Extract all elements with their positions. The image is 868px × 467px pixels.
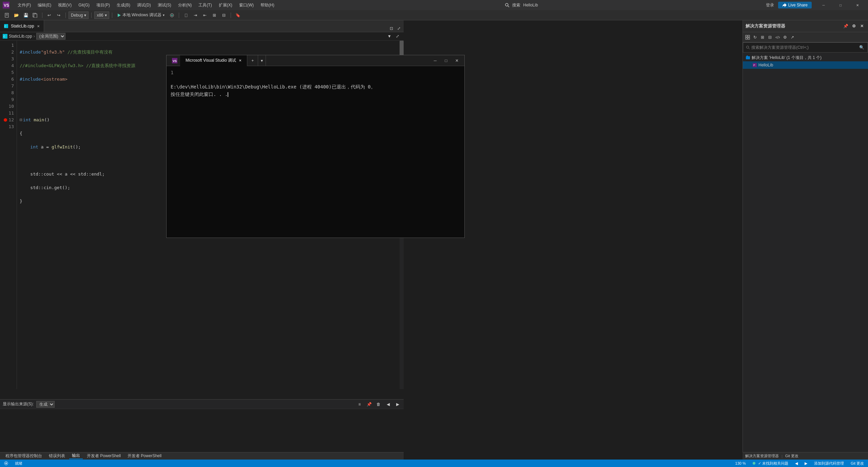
menu-file[interactable]: 文件(F)	[15, 2, 34, 9]
line-num-6: 6	[0, 76, 14, 83]
solution-title: 解决方案资源管理器	[746, 23, 785, 29]
breadcrumb-file: StaticLib.cpp	[9, 34, 32, 39]
sol-toolbar-btn-1[interactable]	[744, 34, 751, 41]
debug-minimize-btn[interactable]: ─	[430, 56, 440, 65]
menu-project[interactable]: 项目(P)	[94, 2, 113, 9]
line-num-8: 8	[0, 89, 14, 96]
output-content	[0, 409, 404, 457]
output-prev-btn[interactable]: ◀	[385, 401, 391, 408]
status-ready[interactable]: 就绪	[14, 461, 24, 466]
status-git[interactable]	[3, 461, 9, 465]
tab-staticlib[interactable]: C StaticLib.cpp ✕	[0, 20, 44, 32]
maximize-button[interactable]: □	[833, 0, 848, 10]
solution-pin-btn[interactable]: 📌	[842, 23, 849, 29]
minimize-button[interactable]: ─	[816, 0, 831, 10]
svg-rect-24	[747, 56, 748, 57]
sol-toolbar-btn-refresh[interactable]: ↻	[752, 34, 758, 41]
status-git-changes[interactable]: Git 更改	[849, 461, 865, 466]
sol-toolbar-btn-4[interactable]: ⊟	[767, 34, 773, 41]
toolbar-btn-5[interactable]: ⊟	[220, 11, 228, 19]
menu-build[interactable]: 生成(B)	[114, 2, 133, 9]
sol-toolbar-btn-6[interactable]: ⚙	[782, 34, 788, 41]
output-clear-btn[interactable]: 🗑	[375, 401, 382, 408]
live-share-button[interactable]: Live Share	[778, 2, 812, 8]
menu-help[interactable]: 帮助(H)	[258, 2, 277, 9]
output-source-select[interactable]: 生成	[36, 401, 55, 408]
toolbar-btn-redo[interactable]: ↪	[55, 11, 63, 19]
debug-tab-close[interactable]: ✕	[239, 59, 242, 62]
toolbar-btn-save[interactable]: 💾	[22, 11, 30, 19]
debug-maximize-btn[interactable]: □	[441, 56, 451, 65]
solution-close-btn[interactable]: ✕	[859, 23, 865, 29]
status-add-source[interactable]: 添加到源代码管理	[813, 461, 845, 466]
code-line-1: #include"glfw3.h" //先查找项目中有没有	[20, 49, 401, 56]
solution-search-btn[interactable]: 🔍	[858, 44, 865, 51]
svg-point-21	[747, 46, 749, 48]
new-icon	[4, 13, 9, 18]
tab-close-staticlib[interactable]: ✕	[37, 24, 40, 28]
output-next-btn[interactable]: ▶	[394, 401, 401, 408]
toolbar-btn-bookmark[interactable]: 🔖	[234, 11, 242, 19]
line-num-10: 10	[0, 103, 14, 110]
login-button[interactable]: 登录	[766, 2, 774, 8]
line-num-12: 12	[0, 117, 14, 123]
toolbar-btn-2[interactable]: ⇥	[191, 11, 199, 19]
toolbar-btn-3[interactable]: ⇤	[201, 11, 209, 19]
svg-text:</>: </>	[775, 36, 780, 39]
collapse-btn[interactable]: ▼	[386, 33, 393, 40]
menu-git[interactable]: Git(G)	[76, 2, 92, 8]
fold-icon-6[interactable]: ⊟	[20, 117, 22, 122]
status-nav-prev[interactable]: ◀	[794, 461, 799, 466]
status-issues[interactable]: ✓ 未找到相关问题	[751, 461, 790, 466]
sol-toolbar-btn-7[interactable]: ↗	[789, 34, 796, 41]
output-wrap-btn[interactable]: ≡	[356, 401, 363, 408]
panel-tab-errors[interactable]: 错误列表	[46, 453, 68, 459]
toolbar-btn-new[interactable]	[3, 11, 11, 19]
output-pin-btn[interactable]: 📌	[366, 401, 372, 408]
debug-close-btn[interactable]: ✕	[452, 56, 462, 65]
scope-dropdown[interactable]: (全局范围)	[36, 33, 65, 40]
menu-debug[interactable]: 调试(D)	[134, 2, 154, 9]
menu-window[interactable]: 窗口(W)	[236, 2, 256, 9]
status-bar: 就绪 130 % ✓ 未找到相关问题 ◀ ▶ 添加到源代码管理 Git 更改	[0, 460, 868, 467]
title-bar-left: VS 文件(F) 编辑(E) 视图(V) Git(G) 项目(P) 生成(B) …	[3, 2, 277, 9]
sol-toolbar-btn-5[interactable]: </>	[774, 34, 781, 41]
solution-options-btn[interactable]: ⚙	[850, 23, 857, 29]
toolbar-btn-undo[interactable]: ↩	[45, 11, 53, 19]
panel-tab-output[interactable]: 输出	[69, 453, 83, 459]
debug-tab-dropdown[interactable]: ▾	[258, 55, 266, 66]
toolbar-btn-4[interactable]: ⊞	[210, 11, 218, 19]
toolbar-btn-attach[interactable]	[168, 11, 176, 19]
toolbar-btn-open[interactable]: 📂	[12, 11, 20, 19]
platform-dropdown[interactable]: x86 ▾	[94, 12, 109, 19]
menu-edit[interactable]: 编辑(E)	[35, 2, 54, 9]
sol-toolbar-btn-3[interactable]: ⊞	[759, 34, 766, 41]
menu-view[interactable]: 视图(V)	[55, 2, 74, 9]
debug-tab-main[interactable]: Microsoft Visual Studio 调试 ✕	[180, 55, 247, 66]
panel-tab-devps1[interactable]: 开发者 PowerShell	[84, 453, 123, 459]
sep5	[179, 13, 179, 18]
config-dropdown[interactable]: Debug ▾	[69, 12, 89, 19]
debug-close-message: 按任意键关闭此窗口. . .	[171, 90, 460, 98]
status-nav-next[interactable]: ▶	[803, 461, 809, 466]
tree-item-solution[interactable]: 解决方案 'HelloLib' (1 个项目，共 1 个)	[743, 54, 868, 61]
status-zoom[interactable]: 130 %	[734, 461, 747, 465]
toolbar-btn-1[interactable]: ⎕	[182, 11, 190, 19]
menu-analyze[interactable]: 分析(N)	[175, 2, 195, 9]
panel-tab-pkg[interactable]: 程序包管理器控制台	[3, 453, 45, 459]
svg-rect-17	[748, 35, 750, 37]
git-changes-label[interactable]: Git 更改	[785, 453, 798, 459]
split-editor-btn[interactable]: ⊡	[388, 25, 395, 32]
run-button[interactable]: 本地 Windows 调试器 ▾	[115, 12, 167, 19]
editor-tab-bar: C StaticLib.cpp ✕ ⊡ ⤢	[0, 20, 404, 32]
menu-test[interactable]: 测试(S)	[155, 2, 174, 9]
debug-tab-plus[interactable]: +	[247, 55, 258, 66]
menu-extensions[interactable]: 扩展(X)	[216, 2, 235, 9]
expand-pane-btn[interactable]: ⤢	[394, 33, 401, 40]
expand-editor-btn[interactable]: ⤢	[396, 25, 402, 32]
panel-tab-devps2[interactable]: 开发者 PowerShell	[125, 453, 164, 459]
menu-tools[interactable]: 工具(T)	[196, 2, 214, 9]
tree-item-project[interactable]: P HelloLib	[743, 61, 868, 69]
toolbar-btn-save-all[interactable]	[31, 11, 39, 19]
close-button[interactable]: ✕	[850, 0, 865, 10]
